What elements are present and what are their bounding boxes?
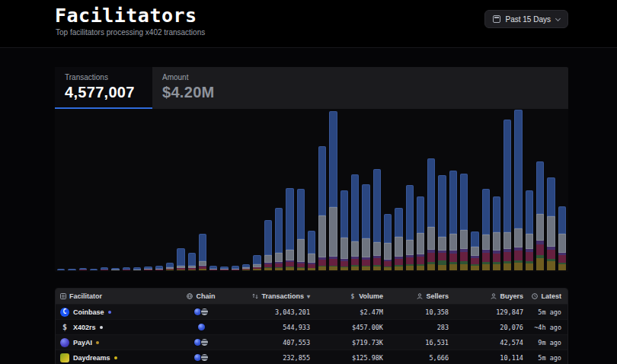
chart-segment-olive — [166, 270, 174, 270]
chart-bar[interactable] — [155, 266, 163, 270]
chart-bar[interactable] — [362, 184, 369, 270]
chain-cell — [174, 323, 228, 331]
chart-segment-maroon — [101, 270, 108, 270]
chart-bar[interactable] — [471, 231, 478, 270]
facilitator-name: PayAI — [73, 339, 92, 346]
chart-segment-blue — [449, 171, 457, 234]
chart-bar[interactable] — [449, 171, 457, 270]
chart-bar[interactable] — [188, 253, 196, 270]
clock-icon — [532, 293, 538, 299]
buyers-cell: 20,076 — [449, 324, 523, 331]
chart-bar[interactable] — [286, 188, 293, 270]
chart-bar[interactable] — [123, 267, 130, 270]
chart-bar[interactable] — [177, 248, 184, 270]
chart-segment-blue — [68, 269, 75, 270]
sellers-cell: 5,666 — [383, 354, 449, 362]
sellers-cell: 10,358 — [383, 308, 449, 316]
chart-bar[interactable] — [373, 169, 381, 270]
person-icon — [491, 293, 497, 299]
chart-bar[interactable] — [493, 196, 500, 270]
chart-bar[interactable] — [460, 174, 468, 270]
facilitator-name: X402rs — [73, 324, 96, 331]
chart-segment-blue — [514, 110, 522, 228]
chart-bar[interactable] — [275, 208, 283, 270]
latest-cell: 5m ago — [523, 308, 561, 316]
column-header-buyers[interactable]: Buyers — [449, 292, 523, 300]
column-header-volume[interactable]: $ Volume — [310, 292, 383, 300]
column-header-chain[interactable]: Chain — [174, 292, 228, 300]
facilitator-cell: Daydreams — [60, 353, 174, 362]
chart-segment-blue — [297, 189, 305, 239]
chart-segment-maroon — [351, 259, 359, 265]
chart-bar[interactable] — [340, 190, 348, 270]
tab-amount[interactable]: Amount $4.20M — [152, 67, 250, 109]
chart-bar[interactable] — [209, 266, 217, 270]
chart-segment-blue — [384, 214, 392, 243]
chart-bar[interactable] — [90, 269, 98, 270]
chart-bar[interactable] — [318, 146, 326, 270]
solana-chain-icon — [200, 308, 209, 316]
chart-bar[interactable] — [329, 111, 337, 270]
chart-bar[interactable] — [406, 185, 414, 270]
chart-bar[interactable] — [111, 268, 119, 270]
chart-segment-olive — [308, 268, 315, 270]
table-row[interactable]: PayAI407,553$719.73K16,53142,5749m ago — [56, 334, 567, 350]
chart-bar[interactable] — [232, 266, 239, 270]
chart-segment-slate — [526, 234, 533, 249]
chart-bar[interactable] — [220, 267, 228, 270]
chart-segment-maroon — [558, 255, 566, 263]
chart-bar[interactable] — [427, 158, 435, 270]
chart-bar[interactable] — [144, 267, 152, 270]
tab-transactions[interactable]: Transactions 4,577,007 — [55, 67, 152, 109]
chart-bar[interactable] — [297, 189, 305, 270]
chart-bar[interactable] — [264, 220, 272, 270]
chart-bar[interactable] — [242, 264, 250, 270]
chart-bar[interactable] — [482, 189, 490, 270]
chart-segment-slate — [493, 232, 500, 251]
chart-bar[interactable] — [384, 214, 392, 270]
period-selector-label: Past 15 Days — [506, 15, 551, 24]
chart-bar[interactable] — [417, 196, 424, 270]
chart-bar[interactable] — [199, 234, 206, 270]
chart-bar[interactable] — [57, 269, 65, 270]
chart-segment-olive — [536, 258, 544, 270]
column-header-transactions[interactable]: Transactions ▾ — [228, 292, 310, 300]
facilitator-name: Coinbase — [73, 308, 104, 316]
chart-bar[interactable] — [166, 263, 174, 270]
chart-bar[interactable] — [351, 174, 359, 270]
chart-bar[interactable] — [547, 177, 555, 270]
chart-bar[interactable] — [558, 206, 566, 270]
dollar-icon: $ — [350, 293, 356, 299]
chart-segment-blue — [395, 208, 402, 237]
column-header-latest[interactable]: Latest — [523, 292, 561, 300]
chart-segment-maroon — [504, 252, 511, 261]
chart-bar[interactable] — [514, 110, 522, 270]
period-selector-button[interactable]: Past 15 Days — [484, 10, 568, 28]
chart-segment-slate — [329, 207, 337, 257]
column-label: Volume — [359, 292, 383, 300]
chart-segment-olive — [199, 269, 206, 270]
chart-segment-olive — [558, 264, 566, 270]
chart-bar[interactable] — [133, 267, 141, 270]
chart-bar[interactable] — [308, 231, 315, 270]
chart-segment-maroon — [449, 254, 457, 262]
table-row[interactable]: Daydreams232,855$125.98K5,66610,1145m ag… — [56, 350, 567, 364]
table-row[interactable]: CCoinbase3,043,201$2.47M10,358129,8475m … — [56, 304, 567, 319]
chart-segment-slate — [351, 241, 359, 257]
column-header-sellers[interactable]: Sellers — [383, 292, 449, 300]
chart-bar[interactable] — [536, 161, 544, 270]
table-row[interactable]: $X402rs544,933$457.00K28320,076~4h ago — [56, 319, 567, 334]
chart-bar[interactable] — [395, 208, 402, 270]
chart-bar[interactable] — [253, 255, 261, 270]
chart-bar[interactable] — [101, 267, 108, 270]
chart-segment-olive — [340, 267, 348, 270]
solana-chain-icon — [200, 353, 209, 362]
chart-bar[interactable] — [504, 120, 511, 270]
chart-bar[interactable] — [79, 268, 87, 270]
chart-bar[interactable] — [438, 175, 446, 270]
chart-segment-olive — [177, 270, 184, 270]
chart-bar[interactable] — [526, 190, 533, 270]
status-dot-icon — [100, 326, 103, 329]
column-header-facilitator[interactable]: Facilitator — [60, 292, 174, 300]
chart-bar[interactable] — [68, 269, 75, 270]
